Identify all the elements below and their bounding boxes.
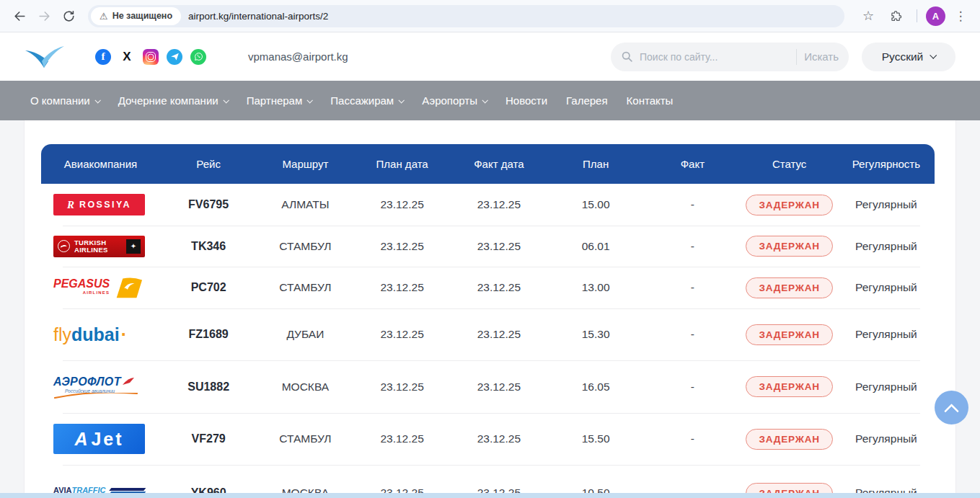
extensions-icon[interactable] <box>883 4 908 28</box>
menu-kebab-icon[interactable]: ⋮ <box>948 4 973 28</box>
col-header-fact: Факт <box>644 158 741 170</box>
language-label: Русский <box>882 50 924 63</box>
fact-time: - <box>644 281 741 294</box>
search-submit-button[interactable]: Искать <box>804 50 839 63</box>
fact-time: - <box>644 381 741 393</box>
x-twitter-icon[interactable]: X <box>119 49 135 65</box>
ajet-logo: A Jet <box>53 424 145 454</box>
nav-item-subsidiaries[interactable]: Дочерние компании <box>118 94 228 107</box>
nav-item-airports[interactable]: Аэропорты <box>422 94 487 107</box>
chevron-down-icon <box>223 97 229 103</box>
flight-number: PC702 <box>160 281 257 294</box>
flight-number: TK346 <box>160 240 257 253</box>
reload-icon[interactable] <box>56 4 81 28</box>
facebook-icon[interactable]: f <box>95 49 111 65</box>
fact-date: 23.12.25 <box>451 432 547 445</box>
search-divider <box>796 49 797 65</box>
aeroflot-wing-icon <box>123 378 134 386</box>
table-row-ajet: A Jet VF279 СТАМБУЛ 23.12.25 23.12.25 15… <box>41 413 935 465</box>
nav-item-passengers[interactable]: Пассажирам <box>330 94 403 107</box>
airline-logo-cell: R ROSSIYA <box>41 194 160 215</box>
nav-item-news[interactable]: Новости <box>506 94 547 107</box>
pegasus-logo: PEGASUS AIRLINES <box>53 276 142 299</box>
regularity: Регулярный <box>838 240 935 253</box>
route: СТАМБУЛ <box>257 240 353 253</box>
col-header-fact-date: Факт дата <box>451 158 547 170</box>
chevron-down-icon <box>482 97 487 103</box>
manas-airport-logo[interactable] <box>25 44 65 70</box>
status-cell: ЗАДЕРЖАН <box>741 376 838 397</box>
airline-logo-cell: TURKISH AIRLINES ✦ <box>41 236 160 257</box>
plan-date: 23.12.25 <box>354 328 451 341</box>
fact-date: 23.12.25 <box>451 381 547 393</box>
plan-date: 23.12.25 <box>354 281 451 294</box>
site-header: f X vpmanas@airport.kg Искать Русский <box>0 32 980 81</box>
status-badge: ЗАДЕРЖАН <box>746 277 832 298</box>
site-search: Искать <box>611 43 849 71</box>
regularity: Регулярный <box>838 198 935 211</box>
table-header-row: Авиакомпания Рейс Маршрут План дата Факт… <box>41 144 935 184</box>
route: СТАМБУЛ <box>257 281 353 294</box>
nav-item-about[interactable]: О компании <box>30 94 100 107</box>
col-header-flight: Рейс <box>160 158 257 170</box>
status-cell: ЗАДЕРЖАН <box>741 429 838 450</box>
instagram-icon[interactable] <box>143 49 159 65</box>
col-header-airline: Авиакомпания <box>41 158 160 170</box>
toolbar-divider <box>917 9 917 22</box>
plan-date: 23.12.25 <box>354 240 451 253</box>
address-bar[interactable]: ⚠ Не защищено airport.kg/international-a… <box>88 5 844 27</box>
contact-email-link[interactable]: vpmanas@airport.kg <box>248 50 348 63</box>
chevron-down-icon <box>930 51 937 58</box>
main-navigation: О компании Дочерние компании Партнерам П… <box>0 81 980 120</box>
fact-time: - <box>644 240 741 253</box>
url-text[interactable]: airport.kg/international-airports/2 <box>188 11 328 22</box>
status-badge: ЗАДЕРЖАН <box>746 429 832 450</box>
turkish-bird-icon <box>58 240 70 252</box>
security-chip-label: Не защищено <box>112 11 172 21</box>
scroll-to-top-button[interactable] <box>935 391 968 424</box>
airline-logo-cell: fly dubai · <box>41 326 160 344</box>
chevron-down-icon <box>399 97 405 103</box>
route: АЛМАТЫ <box>257 198 353 211</box>
airline-logo-cell: АЭРОФЛОТ Российские авиалинии <box>41 375 160 399</box>
plan-date: 23.12.25 <box>354 198 451 211</box>
fact-date: 23.12.25 <box>451 281 547 294</box>
table-row-turkish-airlines: TURKISH AIRLINES ✦ TK346 СТАМБУЛ 23.12.2… <box>41 226 935 267</box>
plan-time: 16.05 <box>547 381 644 393</box>
forward-icon[interactable] <box>32 4 56 28</box>
fact-date: 23.12.25 <box>451 198 547 211</box>
social-links: f X <box>95 49 206 65</box>
fact-date: 23.12.25 <box>451 328 547 341</box>
plan-time: 15.00 <box>547 198 644 211</box>
flydubai-logo: fly dubai · <box>53 326 127 344</box>
back-icon[interactable] <box>7 4 32 28</box>
status-badge: ЗАДЕРЖАН <box>746 195 832 215</box>
table-row-pegasus: PEGASUS AIRLINES PC702 СТАМБУЛ 23.12.25 … <box>41 267 935 308</box>
whatsapp-icon[interactable] <box>190 49 206 65</box>
fact-time: - <box>644 432 741 445</box>
bookmark-star-icon[interactable]: ☆ <box>856 4 880 28</box>
nav-item-partners[interactable]: Партнерам <box>247 94 312 107</box>
table-row-aeroflot: АЭРОФЛОТ Российские авиалинии SU1882 МОС… <box>41 360 935 413</box>
chevron-down-icon <box>94 97 100 103</box>
status-cell: ЗАДЕРЖАН <box>741 324 838 345</box>
telegram-icon[interactable] <box>167 49 182 65</box>
profile-avatar[interactable]: A <box>926 6 945 26</box>
nav-item-contacts[interactable]: Контакты <box>627 94 674 107</box>
status-badge: ЗАДЕРЖАН <box>746 376 832 397</box>
chevron-up-icon <box>944 403 959 418</box>
airline-logo-cell: PEGASUS AIRLINES <box>41 276 160 299</box>
col-header-regularity: Регулярность <box>838 158 935 170</box>
flight-number: SU1882 <box>160 381 257 393</box>
security-chip[interactable]: ⚠ Не защищено <box>91 7 181 25</box>
rossiya-r-mark: R <box>67 199 74 211</box>
airline-logo-cell: A Jet <box>41 424 160 454</box>
regularity: Регулярный <box>838 381 935 393</box>
fact-date: 23.12.25 <box>451 240 547 253</box>
language-selector[interactable]: Русский <box>862 43 955 71</box>
fact-time: - <box>644 198 741 211</box>
browser-toolbar: ⚠ Не защищено airport.kg/international-a… <box>0 0 980 32</box>
search-input[interactable] <box>640 51 789 63</box>
plan-date: 23.12.25 <box>354 432 451 445</box>
nav-item-gallery[interactable]: Галерея <box>566 94 608 107</box>
